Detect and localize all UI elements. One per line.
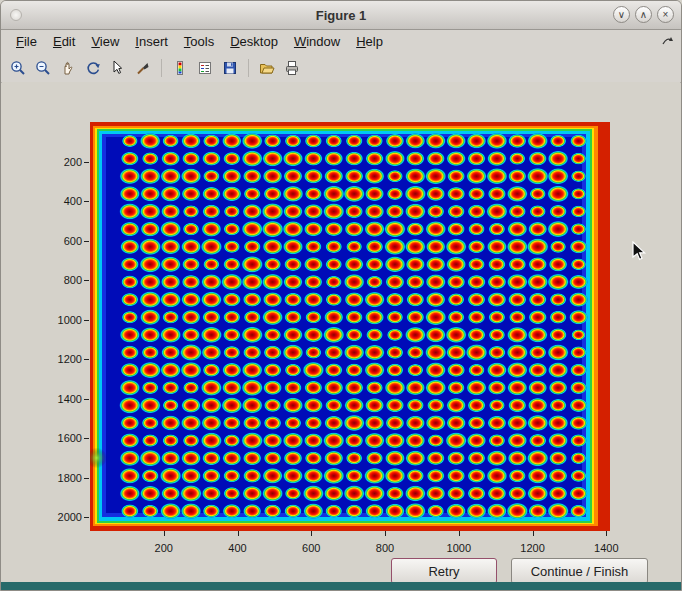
toolbar-separator [161,59,162,77]
x-tick-mark [311,531,312,536]
y-tick-mark [84,438,89,439]
x-tick-label: 1400 [584,542,628,554]
menu-help[interactable]: Help [349,32,390,51]
insert-legend-button[interactable] [194,57,216,79]
hand-icon [60,60,76,76]
y-tick-mark [84,399,89,400]
x-tick-label: 200 [142,542,186,554]
y-tick-label: 1800 [38,471,82,485]
y-tick-label: 2000 [38,510,82,524]
legend-icon [197,60,213,76]
x-tick-label: 400 [216,542,260,554]
y-tick-label: 1600 [38,431,82,445]
menu-overflow-icon[interactable] [662,34,674,49]
menubar: File Edit View Insert Tools Desktop Wind… [1,30,681,53]
window-bottom-edge [1,582,681,590]
zoom-out-button[interactable] [32,57,54,79]
print-button[interactable] [281,57,303,79]
y-tick-label: 1000 [38,313,82,327]
menu-tools[interactable]: Tools [177,32,221,51]
y-tick-label: 600 [38,234,82,248]
y-tick-mark [84,280,89,281]
x-tick-mark [164,531,165,536]
figure-canvas-area: 2004006008001000120014001600180020002004… [2,82,680,582]
open-button[interactable] [256,57,278,79]
axes: 2004006008001000120014001600180020002004… [90,122,610,531]
x-tick-label: 800 [363,542,407,554]
y-tick-label: 1200 [38,352,82,366]
continue-finish-button[interactable]: Continue / Finish [511,558,648,584]
heatmap-image[interactable] [90,122,610,531]
x-tick-mark [606,531,607,536]
zoom-in-icon [10,60,26,76]
menu-window[interactable]: Window [287,32,347,51]
y-tick-mark [84,517,89,518]
window-title: Figure 1 [1,8,681,23]
y-tick-label: 400 [38,194,82,208]
maximize-button[interactable]: ∧ [635,6,652,23]
y-tick-mark [84,478,89,479]
y-tick-mark [84,359,89,360]
pan-button[interactable] [57,57,79,79]
window-controls: ∨ ∧ × [613,6,674,23]
y-tick-mark [84,201,89,202]
menu-desktop[interactable]: Desktop [223,32,285,51]
brush-icon [135,60,151,76]
save-icon [222,60,238,76]
data-cursor-button[interactable] [107,57,129,79]
titlebar: Figure 1 ∨ ∧ × [1,1,681,30]
figure-window: Figure 1 ∨ ∧ × File Edit View Insert Too… [0,0,682,591]
rotate-3d-button[interactable] [82,57,104,79]
menu-insert[interactable]: Insert [128,32,175,51]
y-tick-mark [84,162,89,163]
close-button[interactable]: × [657,6,674,23]
y-tick-mark [84,241,89,242]
y-tick-label: 200 [38,155,82,169]
x-tick-label: 600 [289,542,333,554]
x-tick-label: 1200 [511,542,555,554]
y-tick-label: 1400 [38,392,82,406]
menu-view[interactable]: View [84,32,126,51]
data-cursor-icon [110,60,126,76]
insert-colorbar-button[interactable] [169,57,191,79]
colorbar-icon [172,60,188,76]
brush-button[interactable] [132,57,154,79]
printer-icon [284,60,300,76]
zoom-in-button[interactable] [7,57,29,79]
y-tick-label: 800 [38,273,82,287]
minimize-button[interactable]: ∨ [613,6,630,23]
toolbar [1,53,681,83]
y-tick-mark [84,320,89,321]
folder-open-icon [259,60,275,76]
x-tick-mark [238,531,239,536]
x-tick-mark [533,531,534,536]
rotate-icon [85,60,101,76]
menu-file[interactable]: File [9,32,44,51]
zoom-out-icon [35,60,51,76]
retry-button[interactable]: Retry [391,558,497,584]
save-button[interactable] [219,57,241,79]
menu-edit[interactable]: Edit [46,32,82,51]
x-tick-mark [459,531,460,536]
x-tick-label: 1000 [437,542,481,554]
toolbar-separator [248,59,249,77]
x-tick-mark [385,531,386,536]
